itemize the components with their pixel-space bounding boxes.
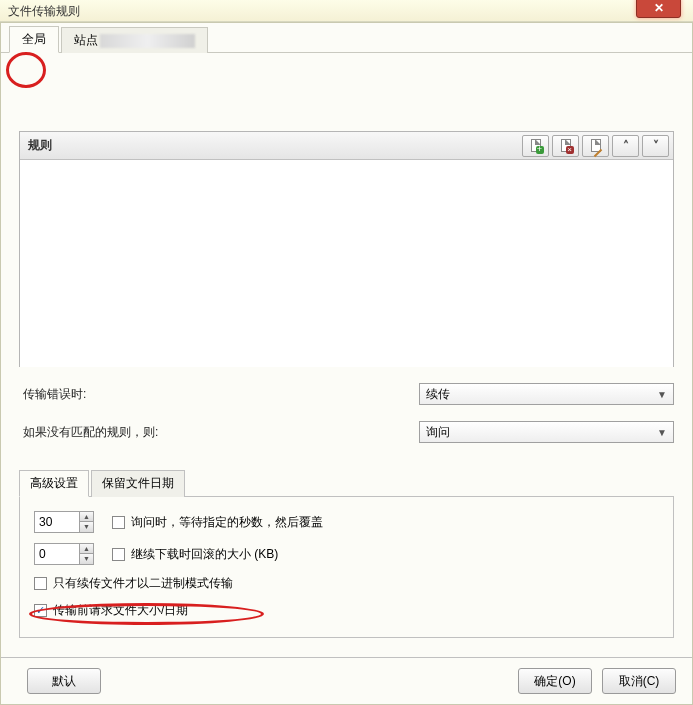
move-down-button[interactable]: ˅ (642, 135, 669, 157)
rollback-checkbox[interactable] (112, 548, 125, 561)
dialog-footer: 默认 确定(O) 取消(C) (1, 657, 692, 704)
window-title: 文件传输规则 (8, 4, 80, 18)
chevron-down-icon: ˅ (653, 139, 659, 153)
on-error-select[interactable]: 续传 ▼ (419, 383, 674, 405)
rollback-check-row: 继续下载时回滚的大小 (KB) (112, 546, 278, 563)
page-add-icon: + (528, 138, 544, 154)
on-error-value: 续传 (426, 386, 450, 403)
move-up-button[interactable]: ˄ (612, 135, 639, 157)
cancel-button[interactable]: 取消(C) (602, 668, 676, 694)
content-area: 规则 + × ˄ ˅ 传输错误时: (1, 53, 692, 652)
no-match-label: 如果没有匹配的规则，则: (19, 424, 419, 441)
tab-advanced-label: 高级设置 (30, 476, 78, 490)
edit-rule-button[interactable] (582, 135, 609, 157)
tab-site-label: 站点 (74, 33, 98, 47)
rules-list[interactable] (20, 160, 673, 367)
ok-button-label: 确定(O) (534, 673, 575, 690)
close-button[interactable]: ✕ (636, 0, 681, 18)
spin-down-button[interactable]: ▼ (80, 522, 93, 532)
top-tabs: 全局 站点 (1, 23, 692, 53)
rollback-row: ▲ ▼ 继续下载时回滚的大小 (KB) (34, 543, 659, 565)
tab-global-label: 全局 (22, 32, 46, 46)
tab-preserve-date[interactable]: 保留文件日期 (91, 470, 185, 497)
rollback-label: 继续下载时回滚的大小 (KB) (131, 546, 278, 563)
seconds-check-row: 询问时，等待指定的秒数，然后覆盖 (112, 514, 323, 531)
request-checkbox[interactable] (34, 604, 47, 617)
default-button-label: 默认 (52, 673, 76, 690)
tab-global[interactable]: 全局 (9, 26, 59, 53)
rollback-input[interactable] (35, 544, 79, 564)
delete-rule-button[interactable]: × (552, 135, 579, 157)
seconds-input[interactable] (35, 512, 79, 532)
spin-down-button[interactable]: ▼ (80, 554, 93, 564)
seconds-checkbox[interactable] (112, 516, 125, 529)
seconds-spinner[interactable]: ▲ ▼ (34, 511, 94, 533)
advanced-panel: ▲ ▼ 询问时，等待指定的秒数，然后覆盖 ▲ ▼ (19, 497, 674, 638)
no-match-select[interactable]: 询问 ▼ (419, 421, 674, 443)
ok-button[interactable]: 确定(O) (518, 668, 592, 694)
rollback-spinner[interactable]: ▲ ▼ (34, 543, 94, 565)
dropdown-arrow-icon: ▼ (657, 427, 667, 438)
seconds-row: ▲ ▼ 询问时，等待指定的秒数，然后覆盖 (34, 511, 659, 533)
close-icon: ✕ (654, 1, 664, 15)
tab-advanced[interactable]: 高级设置 (19, 470, 89, 497)
on-error-label: 传输错误时: (19, 386, 419, 403)
rules-header: 规则 + × ˄ ˅ (20, 132, 673, 160)
page-delete-icon: × (558, 138, 574, 154)
on-error-row: 传输错误时: 续传 ▼ (19, 383, 674, 405)
binary-row: 只有续传文件才以二进制模式传输 (34, 575, 659, 592)
obscured-text (100, 34, 195, 48)
rules-panel: 规则 + × ˄ ˅ (19, 131, 674, 367)
spin-buttons: ▲ ▼ (79, 544, 93, 564)
rules-header-label: 规则 (24, 137, 519, 154)
spin-up-button[interactable]: ▲ (80, 512, 93, 522)
add-rule-button[interactable]: + (522, 135, 549, 157)
binary-label: 只有续传文件才以二进制模式传输 (53, 575, 233, 592)
cancel-button-label: 取消(C) (619, 673, 660, 690)
tab-preserve-label: 保留文件日期 (102, 476, 174, 490)
request-row: 传输前请求文件大小/日期 (34, 602, 659, 619)
dropdown-arrow-icon: ▼ (657, 389, 667, 400)
spin-up-button[interactable]: ▲ (80, 544, 93, 554)
no-match-value: 询问 (426, 424, 450, 441)
spin-buttons: ▲ ▼ (79, 512, 93, 532)
title-bar: 文件传输规则 ✕ (0, 0, 693, 22)
request-label: 传输前请求文件大小/日期 (53, 602, 188, 619)
no-match-row: 如果没有匹配的规则，则: 询问 ▼ (19, 421, 674, 443)
default-button[interactable]: 默认 (27, 668, 101, 694)
tab-site[interactable]: 站点 (61, 27, 208, 53)
binary-checkbox[interactable] (34, 577, 47, 590)
seconds-label: 询问时，等待指定的秒数，然后覆盖 (131, 514, 323, 531)
dialog-client: 全局 站点 规则 + × ˄ ˅ (0, 22, 693, 705)
chevron-up-icon: ˄ (623, 139, 629, 153)
inner-tabs: 高级设置 保留文件日期 (19, 469, 674, 497)
page-edit-icon (588, 138, 604, 154)
